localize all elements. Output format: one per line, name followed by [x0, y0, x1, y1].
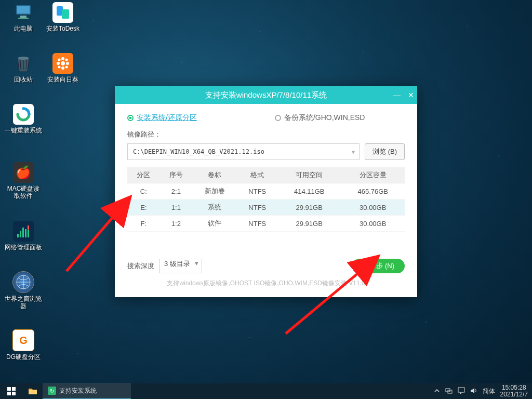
desktop-icon-world-browser[interactable]: 世界之窗浏览器 — [4, 271, 43, 310]
image-path-label: 镜像路径： — [127, 130, 405, 139]
svg-point-16 — [61, 66, 64, 70]
dialog-title: 支持安装windowsXP/7/8/10/11系统 — [205, 90, 327, 100]
partition-cell: 29.91GB — [277, 200, 341, 216]
desktop-icon-label: 世界之窗浏览器 — [4, 295, 43, 310]
svg-rect-25 — [7, 387, 11, 391]
desktop-icon-label: 此电脑 — [14, 25, 33, 32]
folder-icon — [28, 387, 37, 395]
desktop-icon-label: 一键重装系统 — [5, 127, 42, 134]
desktop-icon-recycle-bin[interactable]: 回收站 — [4, 53, 43, 83]
svg-rect-1 — [17, 6, 30, 14]
desktop-icon-mac-hd[interactable]: 🍎 MAC硬盘读取软件 — [4, 162, 43, 200]
partition-cell: NTFS — [237, 216, 277, 232]
desktop-icon-this-pc[interactable]: 此电脑 — [4, 2, 43, 32]
taskbar-explorer[interactable] — [23, 383, 43, 399]
svg-rect-6 — [20, 231, 21, 237]
partition-cell: C: — [127, 183, 160, 200]
partition-cell: E: — [127, 200, 160, 216]
svg-rect-3 — [18, 18, 29, 19]
system-tray: 简体 15:05:28 2021/12/7 — [430, 383, 532, 399]
taskbar-clock[interactable]: 15:05:28 2021/12/7 — [500, 384, 528, 398]
svg-rect-28 — [12, 392, 16, 395]
desktop-icon-reinstall[interactable]: 一键重装系统 — [4, 104, 43, 134]
radio-dot-icon — [275, 115, 281, 121]
action-center-icon[interactable] — [458, 387, 465, 396]
search-depth-label: 搜索深度 — [127, 261, 154, 271]
svg-rect-10 — [28, 230, 29, 237]
partition-cell: 30.00GB — [341, 200, 405, 216]
partition-row[interactable]: C:2:1新加卷NTFS414.11GB465.76GB — [127, 183, 405, 200]
trash-icon — [13, 53, 34, 74]
minimize-button[interactable]: — — [393, 91, 401, 99]
partition-cell: 29.91GB — [277, 216, 341, 232]
partition-cell: 软件 — [192, 216, 237, 232]
monitor-icon — [13, 2, 34, 23]
svg-rect-27 — [7, 392, 11, 395]
desktop-icon-label: 安装向日葵 — [47, 76, 78, 83]
partition-cell: NTFS — [237, 183, 277, 200]
partition-row[interactable]: E:1:1系统NTFS29.91GB30.00GB — [127, 200, 405, 216]
radio-backup[interactable]: 备份系统/GHO,WIN,ESD — [275, 113, 365, 123]
dialog-titlebar[interactable]: 支持安装windowsXP/7/8/10/11系统 — ✕ — [115, 86, 417, 104]
todesk-icon — [52, 2, 73, 23]
radio-install-restore[interactable]: 安装系统/还原分区 — [127, 113, 197, 123]
ime-indicator[interactable]: 简体 — [483, 387, 495, 396]
apple-icon: 🍎 — [13, 162, 34, 183]
partition-cell: 465.76GB — [341, 183, 405, 200]
svg-rect-9 — [28, 225, 29, 230]
windows-icon — [7, 387, 16, 395]
svg-rect-2 — [20, 16, 26, 18]
browse-button[interactable]: 浏览 (B) — [365, 143, 405, 160]
search-depth-select[interactable]: 3 级目录 — [159, 259, 202, 273]
radio-dot-icon — [127, 115, 134, 121]
volume-icon[interactable] — [470, 387, 477, 396]
chevron-down-icon: ▼ — [352, 149, 355, 155]
image-path-dropdown[interactable]: C:\DEEPIN_WIN10_X64_QB_V2021.12.iso ▼ — [127, 143, 360, 160]
partition-cell: 30.00GB — [341, 216, 405, 232]
desktop-icon-sunflower[interactable]: 安装向日葵 — [44, 53, 82, 83]
svg-point-20 — [65, 59, 68, 61]
svg-point-22 — [65, 66, 68, 69]
tray-chevron-icon[interactable] — [434, 388, 440, 395]
close-button[interactable]: ✕ — [408, 91, 414, 99]
partition-cell: F: — [127, 216, 160, 232]
svg-point-4 — [18, 57, 29, 60]
reinstall-icon — [13, 104, 34, 125]
taskbar-date: 2021/12/7 — [500, 391, 528, 398]
svg-rect-5 — [17, 234, 19, 237]
partition-cell: 1:2 — [160, 216, 193, 232]
partition-header: 分区容量 — [341, 167, 405, 183]
svg-rect-7 — [22, 228, 24, 237]
network-panel-icon — [13, 221, 34, 242]
partition-cell: 新加卷 — [192, 183, 237, 200]
partition-cell: 2:1 — [160, 183, 193, 200]
desktop-icon-label: DG硬盘分区 — [6, 353, 41, 361]
desktop-icon-net-panel[interactable]: 网络管理面板 — [4, 221, 43, 251]
desktop-icon-label: 安装ToDesk — [46, 25, 79, 32]
svg-point-21 — [58, 66, 61, 69]
partition-header: 分区 — [127, 167, 160, 183]
install-dialog: 支持安装windowsXP/7/8/10/11系统 — ✕ 安装系统/还原分区 … — [115, 86, 417, 297]
partition-row[interactable]: F:1:2软件NTFS29.91GB30.00GB — [127, 216, 405, 232]
disk-genius-icon: G — [12, 329, 34, 351]
svg-rect-13 — [62, 9, 69, 19]
radio-install-label: 安装系统/还原分区 — [137, 113, 197, 123]
taskbar-task-label: 支持安装系统 — [59, 387, 97, 395]
globe-icon — [12, 271, 34, 293]
svg-point-18 — [66, 62, 69, 65]
desktop-icon-dg[interactable]: G DG硬盘分区 — [4, 329, 43, 361]
partition-cell: 414.11GB — [277, 183, 341, 200]
network-icon[interactable] — [445, 387, 453, 396]
taskbar-task-installer[interactable]: ↻ 支持安装系统 — [43, 383, 131, 399]
next-button[interactable]: 下一步 (N) — [352, 259, 405, 273]
partition-cell: 1:1 — [160, 200, 193, 216]
partition-header: 序号 — [160, 167, 193, 183]
desktop-icon-todesk[interactable]: 安装ToDesk — [44, 2, 82, 32]
partition-table: 分区序号卷标格式可用空间分区容量 C:2:1新加卷NTFS414.11GB465… — [127, 167, 405, 232]
desktop-icon-label: 网络管理面板 — [5, 244, 42, 251]
support-text: 支持windows原版镜像,GHOST ISO镜像,GHO,WIM,ESD镜像安… — [115, 279, 417, 288]
partition-cell: NTFS — [237, 200, 277, 216]
desktop-icon-label: MAC硬盘读取软件 — [4, 185, 43, 200]
start-button[interactable] — [0, 383, 23, 399]
image-path-value: C:\DEEPIN_WIN10_X64_QB_V2021.12.iso — [133, 148, 264, 155]
